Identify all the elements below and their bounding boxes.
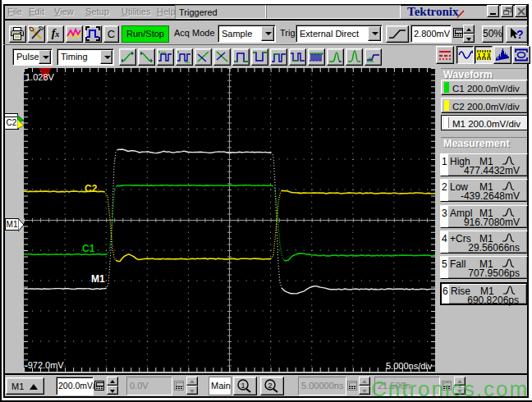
- svg-text:-972.0mV: -972.0mV: [25, 360, 64, 370]
- svg-text:2: 2: [268, 381, 273, 390]
- svg-text:C2: C2: [85, 183, 98, 194]
- svg-text:?: ?: [516, 28, 524, 41]
- svg-text:C1: C1: [82, 243, 95, 254]
- svg-text:5.000ns/div: 5.000ns/div: [386, 361, 433, 371]
- svg-text:123: 123: [478, 53, 493, 58]
- svg-text:M1: M1: [91, 273, 105, 285]
- svg-text:Tektronix: Tektronix: [407, 5, 459, 18]
- svg-text:1: 1: [241, 381, 245, 390]
- svg-text:1.028V: 1.028V: [25, 72, 55, 82]
